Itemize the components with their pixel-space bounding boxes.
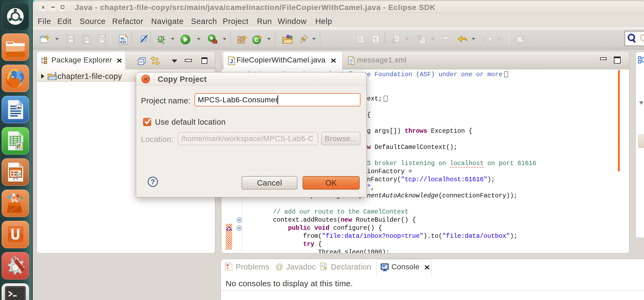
svg-text:¶: ¶ [374, 36, 377, 43]
svg-text:010: 010 [120, 40, 126, 44]
svg-text:J: J [54, 71, 56, 76]
svg-text:J: J [230, 58, 233, 65]
svg-text:C: C [254, 37, 259, 43]
